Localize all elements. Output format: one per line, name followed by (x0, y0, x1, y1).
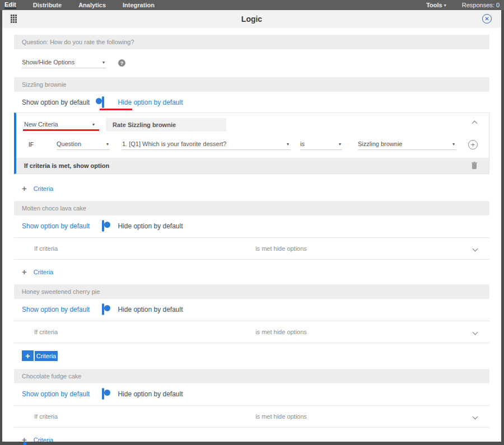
condition-type-value: Question (57, 140, 81, 147)
add-criteria-link[interactable]: Criteria (34, 185, 53, 192)
help-icon[interactable]: ? (118, 59, 125, 67)
condition-type-select[interactable]: Question ▾ (57, 139, 110, 150)
question-value: 1. [Q1] Which is your favorite dessert? (122, 140, 226, 147)
collapsed-if-text: If criteria (22, 245, 89, 252)
top-navigation: Edit Distribute Analytics Integration To… (0, 0, 504, 10)
bottom-highlight-mark (24, 442, 26, 445)
section-header-chocolate-fudge-cake: Chocolate fudge cake (14, 369, 489, 383)
toggle-row: Show option by default Hide option by de… (14, 299, 489, 320)
collapsed-criteria-row[interactable]: If criteria is met hide options (14, 405, 489, 428)
add-criteria-row-selected: + Criteria (14, 343, 489, 368)
criteria-action-text: If criteria is met, show option (24, 162, 109, 169)
caret-down-icon: ▾ (88, 122, 95, 127)
show-hide-toggle[interactable] (102, 220, 104, 232)
criteria-condition-row: IF Question ▾ 1. [Q1] Which is your favo… (16, 134, 489, 158)
question-select[interactable]: 1. [Q1] Which is your favorite dessert? … (122, 139, 290, 150)
collapsed-action-text: is met hide options (89, 245, 473, 252)
tools-menu[interactable]: Tools ▾ (426, 2, 446, 8)
chevron-down-icon[interactable] (473, 329, 478, 335)
show-hide-toggle[interactable] (102, 303, 104, 315)
caret-down-icon: ▾ (334, 142, 341, 147)
tab-analytics[interactable]: Analytics (78, 2, 106, 8)
tab-distribute[interactable]: Distribute (33, 2, 62, 8)
plus-icon[interactable]: + (22, 435, 27, 442)
section-header-sizzling-brownie: Sizzling brownie (14, 77, 489, 92)
annotation-underline (23, 129, 99, 131)
caret-down-icon: ▾ (444, 3, 446, 8)
question-bar: Question: How do you rate the following? (14, 35, 489, 49)
criteria-action-row: If criteria is met, show option (16, 158, 489, 174)
add-criteria-link[interactable]: Criteria (35, 351, 58, 361)
add-criteria-link[interactable]: Criteria (34, 269, 53, 275)
plus-icon[interactable]: + (22, 267, 27, 277)
operator-value: is (300, 140, 305, 147)
logic-modal: Logic ✕ Question: How do you rate the fo… (2, 10, 501, 442)
drag-handle-icon[interactable] (11, 15, 17, 24)
caret-down-icon: ▾ (448, 142, 455, 147)
if-label: IF (24, 142, 57, 148)
add-criteria-row: + Criteria (14, 428, 489, 442)
logic-type-row: Show/Hide Options ▾ ? (22, 58, 489, 68)
toggle-row: Show option by default Hide option by de… (14, 383, 489, 404)
section-header-molten-choco-lava-cake: Molten choco lava cake (14, 201, 489, 216)
collapsed-action-text: is met hide options (89, 413, 473, 420)
chevron-down-icon[interactable] (473, 414, 478, 419)
tab-integration[interactable]: Integration (123, 2, 155, 8)
section-header-honey-sweetened-cherry-pie: Honey sweetened cherry pie (14, 284, 489, 299)
caret-down-icon: ▾ (282, 142, 289, 147)
show-option-label[interactable]: Show option by default (22, 222, 90, 230)
chevron-down-icon[interactable] (473, 246, 478, 251)
close-icon[interactable]: ✕ (482, 14, 492, 24)
annotation-underline (100, 109, 132, 110)
operator-select[interactable]: is ▾ (300, 139, 342, 150)
modal-body: Question: How do you rate the following?… (2, 28, 501, 442)
modal-header: Logic ✕ (2, 10, 501, 28)
plus-icon[interactable]: + (22, 350, 34, 361)
criteria-block-expanded: New Criteria ▾ Rate Sizzling brownie IF … (14, 113, 489, 174)
hide-option-label[interactable]: Hide option by default (118, 222, 183, 230)
collapsed-if-text: If criteria (22, 329, 89, 335)
collapsed-if-text: If criteria (22, 413, 89, 420)
criteria-title-input[interactable]: Rate Sizzling brownie (106, 118, 226, 132)
plus-circle-icon[interactable]: + (468, 140, 478, 149)
toggle-row: Show option by default Hide option by de… (14, 92, 489, 113)
add-criteria-link[interactable]: Criteria (34, 437, 53, 442)
show-option-label[interactable]: Show option by default (22, 306, 90, 313)
hide-option-label[interactable]: Hide option by default (118, 99, 183, 106)
show-option-label[interactable]: Show option by default (22, 390, 90, 398)
show-option-label[interactable]: Show option by default (22, 99, 90, 106)
add-criteria-row: + Criteria (14, 176, 489, 200)
chevron-up-icon[interactable] (472, 121, 478, 127)
collapsed-criteria-row[interactable]: If criteria is met hide options (14, 237, 489, 260)
logic-type-value: Show/Hide Options (22, 59, 74, 65)
hide-option-label[interactable]: Hide option by default (118, 390, 183, 398)
collapsed-criteria-row[interactable]: If criteria is met hide options (14, 321, 489, 343)
caret-down-icon: ▾ (102, 142, 109, 147)
trash-icon[interactable] (471, 162, 478, 170)
answer-value: Sizzling brownie (358, 140, 402, 147)
plus-icon[interactable]: + (22, 184, 27, 193)
logic-type-select[interactable]: Show/Hide Options ▾ (22, 58, 106, 68)
toggle-row: Show option by default Hide option by de… (14, 216, 489, 236)
collapsed-action-text: is met hide options (89, 329, 473, 335)
show-hide-toggle[interactable] (102, 388, 104, 400)
criteria-name-value: New Criteria (24, 121, 58, 128)
show-hide-toggle[interactable] (102, 96, 104, 108)
responses-count[interactable]: Responses: 0 (462, 2, 500, 8)
answer-value-select[interactable]: Sizzling brownie ▾ (358, 139, 456, 150)
page-title: Logic (241, 15, 262, 24)
hide-option-label[interactable]: Hide option by default (118, 306, 183, 313)
criteria-title-row: New Criteria ▾ Rate Sizzling brownie (16, 113, 489, 134)
add-criteria-row: + Criteria (14, 260, 489, 283)
tab-edit[interactable]: Edit (4, 1, 16, 9)
caret-down-icon: ▾ (98, 60, 105, 65)
